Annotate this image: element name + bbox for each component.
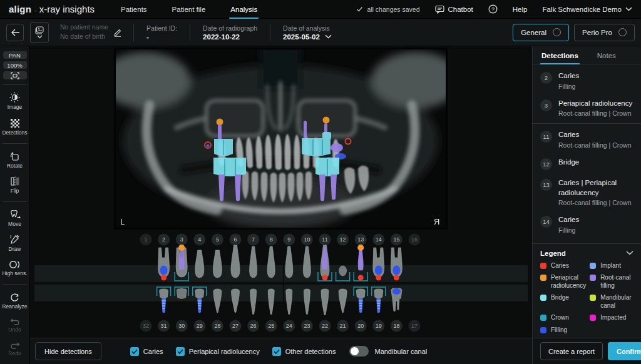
- zoom-level-button[interactable]: 100%: [3, 61, 27, 69]
- svg-text:5: 5: [216, 236, 219, 243]
- checkbox-checked-icon: [176, 347, 185, 356]
- svg-text:27: 27: [232, 323, 238, 329]
- rotate-icon: [9, 151, 20, 161]
- detections-tool[interactable]: Detections: [0, 118, 30, 136]
- draw-tool[interactable]: Draw: [0, 235, 30, 252]
- confirm-actions: Create a report Confirm: [532, 338, 641, 364]
- check-icon: [356, 6, 363, 13]
- legend-items: Caries Periapical radiolucency: [540, 262, 633, 335]
- detection-title: Caries: [558, 215, 579, 225]
- tooth-14[interactable]: 14: [372, 234, 384, 281]
- move-tooth-icon: [9, 210, 21, 220]
- help-link[interactable]: Help: [513, 6, 528, 13]
- detection-title: Periapical radiolucency: [558, 99, 632, 109]
- mandibular-canal-toggle[interactable]: Mandibular canal: [349, 346, 427, 356]
- save-status-text: all changes saved: [367, 6, 419, 13]
- filter-checkbox[interactable]: Caries: [130, 347, 163, 356]
- chatbot-label: Chatbot: [448, 6, 473, 13]
- svg-text:21: 21: [340, 323, 346, 329]
- tooth-5[interactable]: 5: [212, 234, 223, 278]
- rotate-tool[interactable]: Rotate: [0, 151, 30, 169]
- hide-detections-button[interactable]: Hide detections: [35, 342, 101, 360]
- svg-text:26: 26: [250, 323, 257, 329]
- radiograph-date-label: Date of radiograph: [203, 24, 257, 32]
- detection-item[interactable]: 11 Caries Root-canal filling | Crown: [533, 123, 641, 153]
- tab-detections[interactable]: Detections: [540, 46, 580, 64]
- svg-text:7: 7: [252, 236, 255, 243]
- filter-checkbox[interactable]: Periapical radiolucency: [176, 347, 260, 356]
- fit-screen-button[interactable]: [3, 71, 27, 79]
- legend-item: Periapical radiolucency: [540, 274, 586, 290]
- tooth-2[interactable]: 2: [158, 234, 170, 281]
- detection-item[interactable]: 14 Caries Filling: [533, 211, 641, 238]
- tab-notes[interactable]: Notes: [596, 46, 617, 64]
- chat-bubble-icon: [435, 5, 444, 14]
- undo-button[interactable]: Undo: [0, 317, 30, 333]
- image-tool[interactable]: Image: [0, 92, 30, 110]
- legend-swatch: [590, 315, 596, 321]
- perio-pro-mode-button[interactable]: Perio Pro: [574, 24, 635, 41]
- svg-text:30: 30: [178, 323, 185, 329]
- panoramic-xray[interactable]: L Я: [114, 48, 448, 230]
- analysis-date-value: 2025-05-02: [283, 33, 332, 41]
- reanalyze-button[interactable]: Reanalyze: [0, 292, 30, 310]
- create-report-button[interactable]: Create a report: [540, 342, 603, 360]
- patient-id-field: Patient ID: -: [140, 24, 183, 41]
- move-tool[interactable]: Move: [0, 210, 30, 227]
- detection-item[interactable]: 12 Bridge: [533, 153, 641, 174]
- radiograph-date-field: Date of radiograph 2022-10-22: [197, 24, 264, 41]
- tooth-18[interactable]: 18: [391, 288, 403, 332]
- sidebar-bottom-group: Reanalyze Undo Redo: [0, 280, 29, 360]
- tooth-4[interactable]: 4: [193, 234, 205, 278]
- legend-label: Periapical radiolucency: [551, 274, 586, 290]
- chatbot-button[interactable]: Chatbot: [435, 5, 473, 14]
- tooth-17[interactable]: 17: [409, 320, 421, 332]
- tooth-16[interactable]: 16: [409, 234, 421, 246]
- pan-tool-button[interactable]: PAN: [3, 51, 27, 59]
- confirm-button[interactable]: Confirm: [608, 342, 641, 360]
- divider: [3, 284, 27, 285]
- nav-tab[interactable]: Analysis: [218, 0, 270, 19]
- svg-text:9: 9: [287, 236, 290, 243]
- edit-pencil-icon[interactable]: [113, 28, 122, 37]
- tooth-6[interactable]: 6: [230, 234, 242, 278]
- analysis-date-field[interactable]: Date of analysis 2025-05-02: [277, 24, 338, 41]
- tooth-chart: 1234567891011121314151632313029282726252…: [30, 231, 532, 338]
- tooth-number-badge: 14: [540, 216, 552, 228]
- svg-text:11: 11: [322, 236, 327, 243]
- tooth-1[interactable]: 1: [140, 234, 152, 246]
- detection-item[interactable]: 13 Caries | Periapical radiolucency Root…: [533, 174, 641, 211]
- detection-item[interactable]: 15 Caries Filling: [533, 238, 641, 243]
- svg-text:24: 24: [286, 323, 292, 329]
- tooth-3[interactable]: 3: [175, 234, 188, 281]
- back-button[interactable]: [6, 24, 24, 41]
- tooth-15[interactable]: 15: [391, 234, 403, 281]
- help-icon-button[interactable]: ?: [488, 4, 498, 14]
- draw-pen-icon: [9, 235, 20, 245]
- flip-tool[interactable]: Flip: [0, 176, 30, 194]
- legend-header[interactable]: Legend: [540, 250, 633, 257]
- help-label: Help: [513, 6, 528, 13]
- detection-item[interactable]: 3 Periapical radiolucency Root-canal fil…: [533, 94, 641, 122]
- svg-text:2: 2: [162, 236, 165, 243]
- tooth-32[interactable]: 32: [140, 320, 152, 332]
- zoom-level-label: 100%: [7, 62, 22, 69]
- app-logo[interactable]: align· x-ray insights: [9, 4, 95, 14]
- save-status: all changes saved: [356, 6, 419, 13]
- legend-swatch: [540, 315, 546, 321]
- nav-tab[interactable]: Patients: [108, 0, 160, 19]
- general-mode-button[interactable]: General: [513, 24, 569, 41]
- account-menu[interactable]: Falk Schwendicke Demo: [542, 6, 632, 13]
- nav-tab-label: Analysis: [230, 6, 257, 13]
- redo-button[interactable]: Redo: [0, 341, 30, 356]
- nav-tab-label: Patient file: [172, 6, 206, 13]
- filter-checkbox[interactable]: Other detections: [272, 347, 336, 356]
- panoramic-xray-image: L Я: [114, 48, 448, 230]
- nav-tab[interactable]: Patient file: [160, 0, 218, 19]
- legend-swatch: [540, 295, 546, 301]
- detection-subtitle: Filling: [558, 226, 579, 235]
- high-sensitivity-tool[interactable]: High sens.: [0, 260, 30, 276]
- legend-item: Impacted: [590, 314, 633, 322]
- detection-item[interactable]: 2 Caries Filling: [533, 67, 641, 94]
- radiograph-selector-button[interactable]: [30, 22, 49, 43]
